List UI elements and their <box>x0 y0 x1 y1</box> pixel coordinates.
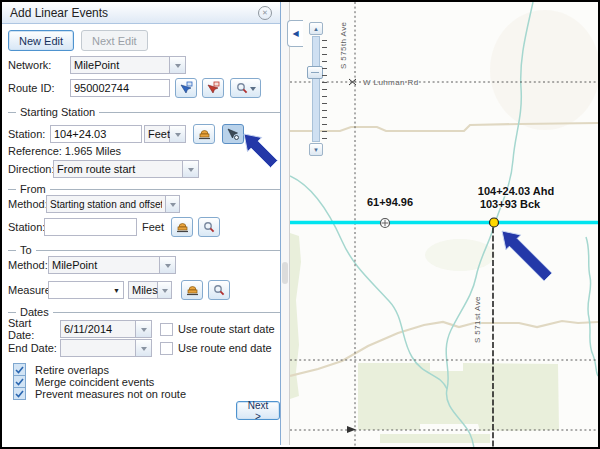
measure-device-icon <box>198 129 211 140</box>
checkmark-icon <box>15 390 24 398</box>
measure-label-61: 61+94.96 <box>350 196 430 208</box>
station-input[interactable] <box>50 125 142 143</box>
use-route-end-date-label: Use route end date <box>178 342 272 354</box>
to-measure-tool-button[interactable] <box>181 280 203 300</box>
end-date-label: End Date: <box>8 342 60 354</box>
from-station-units: Feet <box>142 221 164 233</box>
measure-device-icon <box>176 222 189 233</box>
merge-coincident-events-label: Merge coincident events <box>35 376 154 388</box>
use-route-start-date-checkbox[interactable] <box>160 323 173 336</box>
use-route-end-date-checkbox[interactable] <box>160 342 173 355</box>
clear-route-selection-button[interactable] <box>202 78 224 98</box>
direction-label: Direction: <box>8 163 53 175</box>
blue-pointer-icon <box>179 81 193 95</box>
start-date-trigger[interactable] <box>136 320 152 338</box>
road-label-w-luhman: W Luhman Rd <box>363 78 419 87</box>
magnifier-icon <box>236 82 248 94</box>
measure-tool-button[interactable] <box>193 124 215 144</box>
panel-title: Add Linear Events <box>10 6 258 20</box>
direction-dropdown-trigger[interactable] <box>183 160 199 178</box>
station-label: Station: <box>8 128 50 140</box>
to-method-combobox[interactable] <box>48 256 160 274</box>
arrow-down-icon: ▼ <box>313 147 319 153</box>
measure-device-icon <box>186 285 199 296</box>
measure-label-ahead: 104+24.03 Ahd <box>466 185 566 197</box>
zoom-slider-track[interactable] <box>312 36 320 142</box>
from-station-search-button[interactable] <box>198 217 220 237</box>
map-canvas[interactable]: W Luhman Rd S 575th Ave S 571st Ave 61+9… <box>290 2 598 447</box>
magnifier-icon <box>203 221 215 233</box>
measure-units-trigger[interactable] <box>158 281 172 299</box>
select-route-on-map-button[interactable] <box>175 78 197 98</box>
end-date-trigger[interactable] <box>136 339 152 357</box>
select-station-on-map-button[interactable] <box>222 124 244 144</box>
checkmark-icon <box>15 366 24 374</box>
panel-scrollbar[interactable] <box>281 2 290 445</box>
use-route-start-date-label: Use route start date <box>178 323 275 335</box>
new-edit-button[interactable]: New Edit <box>8 30 74 51</box>
start-date-label: Start Date: <box>8 317 60 341</box>
measure-search-button[interactable] <box>208 280 230 300</box>
measure-label: Measure: <box>8 284 48 296</box>
network-label: Network: <box>8 59 70 71</box>
red-pointer-icon <box>206 81 220 95</box>
app-window: Add Linear Events ✕ New Edit Next Edit N… <box>0 0 600 449</box>
zoom-in-button[interactable]: ▲ <box>309 22 323 35</box>
collapse-panel-tab[interactable]: ◀ <box>287 20 303 47</box>
network-combobox[interactable] <box>70 56 170 74</box>
station-reference-marker <box>381 219 390 228</box>
network-dropdown-trigger[interactable] <box>170 56 186 74</box>
measure-label-back: 103+93 Bck <box>460 198 560 210</box>
route-search-menu-button[interactable] <box>230 78 261 98</box>
start-date-input[interactable] <box>60 320 136 338</box>
zoom-out-button[interactable]: ▼ <box>309 143 323 156</box>
route-id-input[interactable] <box>70 79 170 97</box>
map-basemap <box>290 2 598 447</box>
station-units-trigger[interactable] <box>170 125 186 143</box>
dropdown-arrow-icon: ▼ <box>113 287 120 294</box>
next-edit-button[interactable]: Next Edit <box>81 30 148 51</box>
from-station-label: Station: <box>8 221 44 233</box>
close-icon[interactable]: ✕ <box>258 6 272 20</box>
next-button[interactable]: Next > <box>236 401 280 420</box>
to-section-legend: To <box>2 244 280 256</box>
measure-units: Miles <box>128 281 158 299</box>
station-units: Feet <box>144 125 170 143</box>
to-method-dropdown-trigger[interactable] <box>160 256 176 274</box>
magnifier-icon <box>213 284 225 296</box>
station-pointer-icon <box>226 127 240 141</box>
prevent-measures-checkbox[interactable] <box>13 387 26 400</box>
scrollbar-thumb[interactable] <box>282 262 288 284</box>
route-id-label: Route ID: <box>8 82 70 94</box>
road-label-575th-ave: S 575th Ave <box>339 22 348 69</box>
chevron-down-icon <box>250 87 256 94</box>
from-method-combobox[interactable] <box>46 195 166 213</box>
retire-overlaps-label: Retire overlaps <box>35 364 109 376</box>
stream-line <box>586 237 598 376</box>
arrow-up-icon: ▲ <box>313 26 319 32</box>
zoom-slider-handle[interactable] <box>307 66 323 79</box>
from-station-input[interactable] <box>44 218 137 236</box>
reference-text: Reference: 1.965 Miles <box>8 145 121 157</box>
road-label-571st-ave: S 571st Ave <box>473 296 482 343</box>
picked-station-marker[interactable] <box>490 218 499 227</box>
starting-station-section-legend: Starting Station <box>2 106 280 118</box>
direction-combobox[interactable] <box>53 160 183 178</box>
prevent-measures-label: Prevent measures not on route <box>35 388 186 400</box>
field-polygon <box>358 363 559 431</box>
add-linear-events-panel: Add Linear Events ✕ New Edit Next Edit N… <box>2 2 281 445</box>
measure-combobox[interactable]: ▼ <box>48 281 124 299</box>
collapse-arrow-icon: ◀ <box>292 29 298 38</box>
terrain-blob <box>425 239 495 271</box>
from-section-legend: From <box>2 183 280 195</box>
end-date-input[interactable] <box>60 339 136 357</box>
field-polygon <box>380 434 490 443</box>
from-measure-tool-button[interactable] <box>171 217 193 237</box>
from-method-dropdown-trigger[interactable] <box>166 195 180 213</box>
from-method-label: Method: <box>8 198 46 210</box>
terrain-blob <box>490 10 598 130</box>
to-method-label: Method: <box>8 259 48 271</box>
checkmark-icon <box>15 378 24 386</box>
panel-header: Add Linear Events ✕ <box>2 2 280 24</box>
